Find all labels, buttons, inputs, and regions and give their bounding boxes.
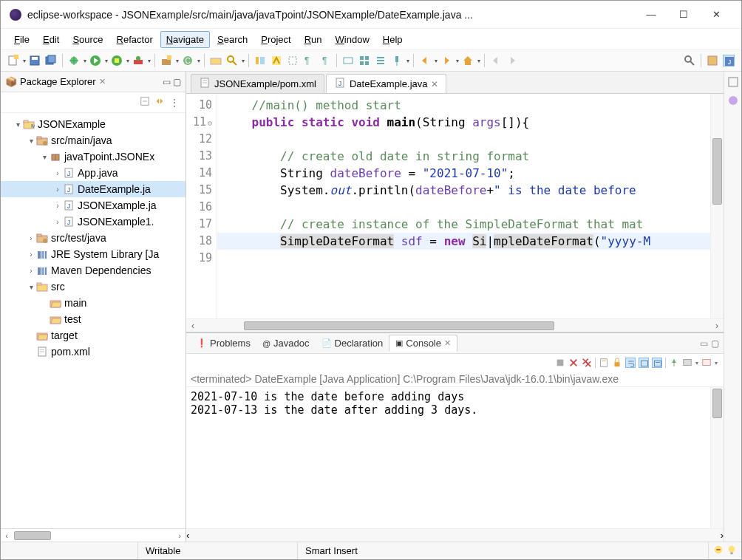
perspective-java-active-icon[interactable]: J xyxy=(723,55,735,66)
new-icon[interactable] xyxy=(7,55,19,66)
prev-annotation-icon[interactable] xyxy=(490,55,502,66)
editor-tab-jsonexample-pom-xml[interactable]: JSONExample/pom.xml xyxy=(191,74,324,93)
run-icon[interactable] xyxy=(89,55,101,66)
search-icon[interactable] xyxy=(226,55,238,66)
coverage-icon[interactable] xyxy=(111,55,123,66)
view-menu-icon[interactable]: ⋮ xyxy=(169,97,180,109)
editor-hscrollbar[interactable]: ‹› xyxy=(186,318,724,332)
task-trim-icon[interactable] xyxy=(727,95,739,109)
tree-item-pom-xml[interactable]: pom.xml xyxy=(1,344,186,360)
package-explorer-title: Package Explorer xyxy=(20,76,96,87)
explorer-hscrollbar[interactable]: ‹› xyxy=(1,528,186,542)
minimize-panel-icon[interactable]: ▭ xyxy=(700,338,708,349)
menu-source[interactable]: Source xyxy=(67,31,109,48)
menu-navigate[interactable]: Navigate xyxy=(160,31,210,48)
menu-refactor[interactable]: Refactor xyxy=(111,31,159,48)
line-gutter[interactable]: 10111213141516171819 xyxy=(186,94,217,318)
open-console-icon[interactable] xyxy=(701,358,712,368)
tree-item-javatpoint-jsonexample[interactable]: ▾javaTpoint.JSONEx xyxy=(1,148,186,165)
mark-occurrences-icon[interactable] xyxy=(270,55,282,66)
project-tree[interactable]: ▾MJSONExample▾src/main/java▾javaTpoint.J… xyxy=(1,113,186,528)
code-editor[interactable]: //main() method start public static void… xyxy=(217,94,710,318)
new-package-icon[interactable] xyxy=(160,55,172,66)
display-console-icon[interactable] xyxy=(682,358,692,368)
tree-item-target[interactable]: target xyxy=(1,327,186,344)
menu-edit[interactable]: Edit xyxy=(37,31,65,48)
maximize-button[interactable]: ☐ xyxy=(667,4,700,26)
pin-icon[interactable] xyxy=(391,55,403,66)
console-hscrollbar[interactable]: ‹› xyxy=(186,528,724,542)
outline-trim-icon[interactable] xyxy=(727,76,739,90)
minimize-view-icon[interactable]: ▭ xyxy=(163,77,171,87)
close-tab-icon[interactable]: ✕ xyxy=(431,79,438,89)
maximize-panel-icon[interactable]: ▢ xyxy=(711,338,719,349)
pilcrow-icon[interactable]: ¶ xyxy=(319,55,331,66)
bottom-tab-console[interactable]: ▣ Console ✕ xyxy=(389,335,457,352)
collapse-all-icon[interactable] xyxy=(140,96,150,109)
remove-launch-icon[interactable] xyxy=(568,358,579,368)
ext-tools-icon[interactable] xyxy=(132,55,144,66)
tree-item-test[interactable]: test xyxy=(1,311,186,327)
svg-rect-102 xyxy=(703,360,711,366)
minimize-button[interactable]: — xyxy=(635,4,667,26)
close-button[interactable]: ✕ xyxy=(700,4,732,26)
bottom-tab-javadoc[interactable]: @ Javadoc xyxy=(256,335,316,351)
show-stderr-icon[interactable] xyxy=(652,358,662,368)
tree-item-src-test-java[interactable]: ›src/test/java xyxy=(1,230,186,246)
grid-icon[interactable] xyxy=(358,55,370,66)
console-output[interactable]: 2021-07-10 is the date before adding day… xyxy=(186,387,710,528)
svg-rect-55 xyxy=(37,137,41,139)
save-all-icon[interactable] xyxy=(45,55,57,66)
bulb-icon[interactable] xyxy=(726,544,737,557)
menu-window[interactable]: Window xyxy=(330,31,375,48)
pin-console-icon[interactable] xyxy=(669,358,679,368)
tree-item-main[interactable]: main xyxy=(1,295,186,311)
maximize-view-icon[interactable]: ▢ xyxy=(173,77,181,87)
console-vscrollbar[interactable] xyxy=(710,387,724,528)
tip-icon[interactable] xyxy=(713,544,724,557)
menu-help[interactable]: Help xyxy=(377,31,409,48)
bottom-tab-problems[interactable]: ❗ Problems xyxy=(191,335,256,351)
tree-item-maven-dependencies[interactable]: ›Maven Dependencies xyxy=(1,262,186,279)
tree-item-jsonexample-java[interactable]: ›JJSONExample.ja xyxy=(1,197,186,214)
show-stdout-icon[interactable] xyxy=(639,358,649,368)
link-editor-icon[interactable] xyxy=(154,96,165,109)
bottom-tab-declaration[interactable]: 📄 Declaration xyxy=(316,335,389,351)
tree-item-dateexample-java[interactable]: ›JDateExample.ja xyxy=(1,181,186,197)
nav-fwd-icon[interactable] xyxy=(440,55,452,66)
tree-item-app-java[interactable]: ›JApp.java xyxy=(1,165,186,181)
tree-item-jre-system-library--javase-16-[interactable]: ›JRE System Library [Ja xyxy=(1,246,186,262)
show-whitespace-icon[interactable]: ¶ xyxy=(303,55,315,66)
block-select-icon[interactable] xyxy=(287,55,299,66)
home-icon[interactable] xyxy=(462,55,474,66)
word-wrap-icon[interactable] xyxy=(625,358,636,368)
next-annotation-icon[interactable] xyxy=(506,55,518,66)
toggle-breadcrumb-icon[interactable] xyxy=(254,55,266,66)
remove-all-icon[interactable] xyxy=(582,358,592,368)
clear-console-icon[interactable] xyxy=(599,358,609,368)
list-icon[interactable] xyxy=(375,55,387,66)
dropdown-icon[interactable]: ▾ xyxy=(21,55,27,66)
open-type-icon[interactable] xyxy=(210,55,222,66)
debug-icon[interactable] xyxy=(68,55,80,66)
perspective-java-icon[interactable] xyxy=(707,55,718,66)
editor-tab-dateexample-java[interactable]: JDateExample.java ✕ xyxy=(326,74,447,93)
menu-file[interactable]: File xyxy=(8,31,35,48)
tree-item-jsonexample1-java[interactable]: ›JJSONExample1. xyxy=(1,214,186,230)
tree-item-src-main-java[interactable]: ▾src/main/java xyxy=(1,132,186,148)
new-class-icon[interactable]: C xyxy=(182,55,194,66)
save-icon[interactable] xyxy=(29,55,41,66)
nav-back-icon[interactable] xyxy=(419,55,431,66)
rect-icon[interactable] xyxy=(342,55,354,66)
scroll-lock-icon[interactable] xyxy=(612,358,622,368)
tree-item-jsonexample[interactable]: ▾MJSONExample xyxy=(1,116,186,132)
terminate-icon[interactable] xyxy=(555,358,565,368)
svg-rect-70 xyxy=(38,251,41,259)
editor-vscrollbar[interactable] xyxy=(710,94,724,318)
menu-search[interactable]: Search xyxy=(211,31,253,48)
quick-access-icon[interactable] xyxy=(684,55,695,66)
svg-rect-36 xyxy=(395,56,398,62)
menu-run[interactable]: Run xyxy=(299,31,328,48)
tree-item-src[interactable]: ▾src xyxy=(1,279,186,295)
menu-project[interactable]: Project xyxy=(255,31,296,48)
